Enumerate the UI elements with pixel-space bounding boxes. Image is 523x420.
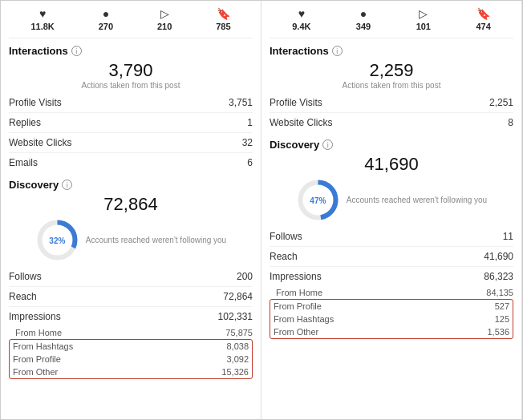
left-saves-count: 785 [216, 22, 230, 31]
right-stat-shares: ▷ 101 [416, 7, 431, 31]
bookmark-icon: 🔖 [217, 7, 230, 20]
right-from-profile-value: 527 [495, 301, 509, 311]
right-interactions-total-block: 2,259 Actions taken from this post [270, 62, 513, 90]
right-from-other-label: From Other [274, 327, 318, 337]
left-from-hashtags-value: 8,038 [226, 341, 249, 351]
right-impressions-sub: From Home 84,135 From Profile 527 From H… [270, 286, 513, 339]
left-emails-row: Emails 6 [9, 153, 253, 172]
right-interactions-info-icon[interactable]: i [332, 46, 343, 56]
right-profile-visits-value: 2,251 [489, 97, 513, 108]
right-shares-count: 101 [416, 22, 431, 31]
left-from-other-row: From Other 15,326 [10, 365, 252, 378]
right-from-hashtags-label: From Hashtags [274, 314, 334, 324]
left-interactions-total: 3,790 [9, 62, 253, 79]
right-share-icon: ▷ [419, 7, 428, 20]
right-from-other-value: 1,536 [487, 327, 509, 337]
left-shares-count: 210 [157, 22, 172, 31]
left-discovery-visual: 32% Accounts reached weren't following y… [9, 218, 253, 262]
left-from-profile-row: From Profile 3,092 [10, 353, 252, 365]
right-profile-visits-row: Profile Visits 2,251 [270, 93, 513, 113]
left-stat-shares: ▷ 210 [157, 7, 172, 31]
right-bookmark-icon: 🔖 [476, 7, 490, 20]
comment-icon: ● [103, 7, 109, 20]
right-follows-row: Follows 11 [270, 227, 513, 247]
left-discovery-total: 72,864 [9, 196, 253, 213]
right-interactions-sublabel: Actions taken from this post [270, 81, 513, 90]
left-discovery-header: Discovery i [9, 179, 253, 191]
right-from-home-value: 84,135 [486, 288, 513, 297]
left-from-profile-value: 3,092 [226, 354, 249, 364]
left-from-other-value: 15,326 [221, 367, 249, 377]
right-interactions-rows: Profile Visits 2,251 Website Clicks 8 [270, 93, 513, 132]
right-from-profile-label: From Profile [274, 301, 322, 311]
heart-icon: ♥ [39, 7, 46, 20]
left-comments-count: 270 [99, 22, 113, 31]
right-website-clicks-label: Website Clicks [270, 117, 332, 128]
right-reach-label: Reach [270, 251, 298, 262]
left-reach-row: Reach 72,864 [9, 287, 253, 307]
left-circle-pct: 32% [49, 236, 65, 244]
right-interactions-total: 2,259 [270, 62, 513, 79]
left-emails-label: Emails [9, 157, 38, 168]
left-stats-row: ♥ 11.8K ● 270 ▷ 210 🔖 785 [9, 7, 253, 38]
left-discovery-label: Accounts reached weren't following you [86, 235, 226, 246]
right-comment-icon: ● [360, 7, 367, 20]
right-impressions-value: 86,323 [484, 271, 513, 282]
left-follows-row: Follows 200 [9, 267, 253, 287]
right-impressions-row: Impressions 86,323 [270, 267, 513, 286]
left-stat-likes: ♥ 11.8K [30, 7, 54, 31]
right-highlight-box: From Profile 527 From Hashtags 125 From … [270, 299, 513, 339]
right-stat-likes: ♥ 9.4K [292, 7, 310, 31]
left-interactions-total-block: 3,790 Actions taken from this post [9, 62, 253, 90]
left-profile-visits-label: Profile Visits [9, 97, 62, 108]
left-from-home-label: From Home [15, 328, 62, 337]
left-from-home-value: 75,875 [225, 328, 253, 337]
left-replies-value: 1 [247, 117, 253, 128]
left-website-clicks-row: Website Clicks 32 [9, 133, 253, 153]
left-reach-label: Reach [9, 291, 37, 302]
right-stats-row: ♥ 9.4K ● 349 ▷ 101 🔖 474 [270, 7, 513, 38]
left-interactions-rows: Profile Visits 3,751 Replies 1 Website C… [9, 93, 253, 172]
right-reach-row: Reach 41,690 [270, 247, 513, 267]
left-panel: ♥ 11.8K ● 270 ▷ 210 🔖 785 Interactions i… [1, 1, 262, 419]
right-likes-count: 9.4K [292, 22, 310, 31]
right-saves-count: 474 [476, 22, 490, 31]
left-follows-label: Follows [9, 271, 42, 282]
right-follows-value: 11 [503, 231, 513, 242]
discovery-info-icon[interactable]: i [62, 180, 72, 190]
left-stat-comments: ● 270 [99, 7, 113, 31]
right-from-hashtags-value: 125 [495, 314, 509, 324]
right-website-clicks-value: 8 [508, 117, 513, 128]
right-panel: ♥ 9.4K ● 349 ▷ 101 🔖 474 Interactions i … [262, 1, 522, 419]
left-discovery-rows: Follows 200 Reach 72,864 Impressions 102… [9, 267, 253, 326]
share-icon: ▷ [160, 7, 169, 20]
left-follows-value: 200 [237, 271, 253, 282]
right-from-home-row: From Home 84,135 [270, 286, 513, 299]
left-from-hashtags-row: From Hashtags 8,038 [10, 340, 252, 353]
left-impressions-value: 102,331 [218, 311, 253, 322]
interactions-info-icon[interactable]: i [71, 46, 82, 56]
right-from-other-row: From Other 1,536 [270, 325, 513, 338]
left-stat-saves: 🔖 785 [216, 7, 230, 31]
right-discovery-header: Discovery i [270, 139, 513, 151]
right-discovery-info-icon[interactable]: i [322, 139, 333, 150]
right-discovery-rows: Follows 11 Reach 41,690 Impressions 86,3… [270, 227, 513, 286]
right-website-clicks-row: Website Clicks 8 [270, 113, 513, 132]
right-impressions-label: Impressions [270, 271, 322, 282]
left-website-clicks-label: Website Clicks [9, 137, 71, 148]
left-discovery-total-block: 72,864 [9, 196, 253, 213]
left-profile-visits-row: Profile Visits 3,751 [9, 93, 253, 113]
left-website-clicks-value: 32 [242, 137, 253, 148]
left-from-other-label: From Other [13, 367, 58, 377]
left-interactions-header: Interactions i [9, 45, 253, 57]
right-follows-label: Follows [270, 231, 302, 242]
right-circle-chart: 47% [296, 178, 340, 222]
left-replies-label: Replies [9, 117, 41, 128]
left-from-home-row: From Home 75,875 [9, 326, 253, 339]
right-discovery-visual: 47% Accounts reached weren't following y… [270, 178, 513, 222]
right-heart-icon: ♥ [298, 7, 305, 20]
right-discovery-label: Accounts reached weren't following you [347, 195, 487, 206]
right-from-home-label: From Home [276, 288, 322, 297]
right-from-profile-row: From Profile 527 [270, 300, 513, 313]
right-stat-saves: 🔖 474 [476, 7, 490, 31]
